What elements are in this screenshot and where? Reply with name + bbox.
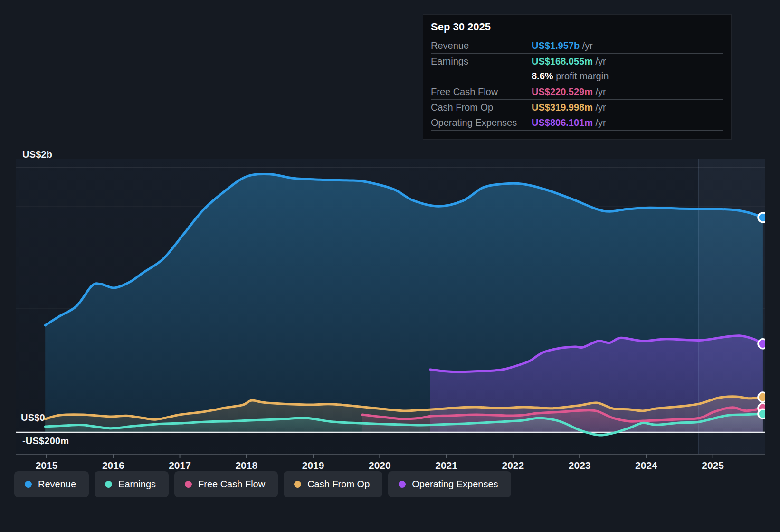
cfo-legend-dot-icon xyxy=(294,481,301,488)
tooltip-value: US$319.998m /yr xyxy=(532,102,606,113)
cash-flow-chart-page: US$2b US$0 -US$200m 20152016201720182019… xyxy=(0,0,780,532)
tooltip-label: Operating Expenses xyxy=(431,117,532,128)
legend-label: Cash From Op xyxy=(307,479,370,490)
x-axis-label-2021: 2021 xyxy=(425,460,468,471)
legend-label: Revenue xyxy=(38,479,76,490)
tooltip-label: Free Cash Flow xyxy=(431,86,532,97)
chart-tooltip: Sep 30 2025 RevenueUS$1.957b /yrEarnings… xyxy=(423,14,732,140)
tooltip-row-earnings: EarningsUS$168.055m /yr xyxy=(431,53,723,69)
tooltip-label: Revenue xyxy=(431,40,532,51)
x-axis-label-2015: 2015 xyxy=(25,460,68,471)
tooltip-row-revenue: RevenueUS$1.957b /yr xyxy=(431,38,723,53)
revenue-legend-dot-icon xyxy=(25,481,32,488)
legend-pill-cfo[interactable]: Cash From Op xyxy=(284,471,382,497)
x-axis-label-2019: 2019 xyxy=(292,460,334,471)
x-axis-label-2017: 2017 xyxy=(159,460,201,471)
tooltip-value: US$220.529m /yr xyxy=(532,86,606,97)
tooltip-profit-margin: .8.6% profit margin xyxy=(431,69,723,84)
x-axis-label-2022: 2022 xyxy=(492,460,534,471)
legend-pill-earnings[interactable]: Earnings xyxy=(95,471,169,497)
x-axis-label-2025: 2025 xyxy=(692,460,734,471)
tooltip-value: US$806.101m /yr xyxy=(532,117,606,128)
earnings-endpoint-dot[interactable] xyxy=(758,409,768,418)
legend-pill-revenue[interactable]: Revenue xyxy=(14,471,89,497)
earnings-legend-dot-icon xyxy=(105,481,112,488)
tooltip-label: Cash From Op xyxy=(431,102,532,113)
x-axis-label-2024: 2024 xyxy=(625,460,667,471)
tooltip-row-cfo: Cash From OpUS$319.998m /yr xyxy=(431,99,723,115)
y-axis-label-0: US$0 xyxy=(21,412,45,423)
chart-legend: RevenueEarningsFree Cash FlowCash From O… xyxy=(14,471,511,497)
revenue-endpoint-dot[interactable] xyxy=(758,213,768,222)
x-axis-label-2016: 2016 xyxy=(92,460,134,471)
legend-label: Earnings xyxy=(118,479,156,490)
y-axis-label-2b: US$2b xyxy=(22,149,52,160)
y-axis-label-neg200m: -US$200m xyxy=(22,436,69,446)
x-axis-label-2020: 2020 xyxy=(358,460,401,471)
opex-endpoint-dot[interactable] xyxy=(758,339,768,349)
legend-pill-opex[interactable]: Operating Expenses xyxy=(388,471,511,497)
legend-label: Free Cash Flow xyxy=(198,479,265,490)
tooltip-row-fcf: Free Cash FlowUS$220.529m /yr xyxy=(431,84,723,99)
tooltip-value: US$1.957b /yr xyxy=(532,40,593,51)
x-axis-label-2023: 2023 xyxy=(558,460,601,471)
fcf-legend-dot-icon xyxy=(185,481,192,488)
legend-label: Operating Expenses xyxy=(412,479,498,490)
tooltip-label: Earnings xyxy=(431,56,532,67)
cfo-endpoint-dot[interactable] xyxy=(758,392,768,402)
tooltip-date: Sep 30 2025 xyxy=(423,15,731,38)
legend-pill-fcf[interactable]: Free Cash Flow xyxy=(174,471,278,497)
tooltip-value: US$168.055m /yr xyxy=(532,56,606,67)
opex-legend-dot-icon xyxy=(399,481,406,488)
tooltip-row-opex: Operating ExpensesUS$806.101m /yr xyxy=(431,115,723,131)
x-axis-label-2018: 2018 xyxy=(225,460,268,471)
